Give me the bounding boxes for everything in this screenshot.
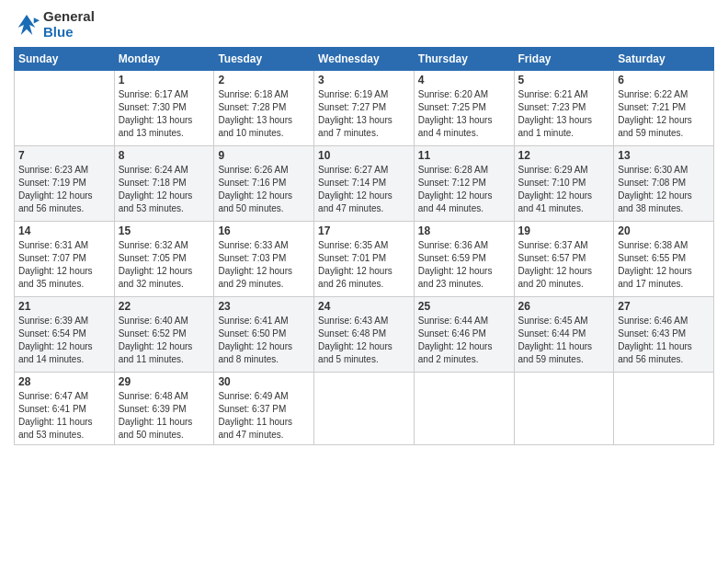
week-row-1: 1Sunrise: 6:17 AMSunset: 7:30 PMDaylight…: [15, 71, 714, 146]
calendar-cell: 16Sunrise: 6:33 AMSunset: 7:03 PMDayligh…: [214, 222, 314, 297]
weekday-header-wednesday: Wednesday: [314, 48, 415, 71]
weekday-header-row: SundayMondayTuesdayWednesdayThursdayFrid…: [15, 48, 714, 71]
day-number: 3: [318, 74, 410, 86]
day-info: Sunrise: 6:43 AMSunset: 6:48 PMDaylight:…: [318, 315, 410, 366]
day-number: 7: [18, 149, 110, 162]
calendar-cell: [15, 71, 115, 146]
calendar-cell: 23Sunrise: 6:41 AMSunset: 6:50 PMDayligh…: [214, 297, 314, 373]
day-info: Sunrise: 6:41 AMSunset: 6:50 PMDaylight:…: [218, 315, 310, 366]
calendar-cell: 25Sunrise: 6:44 AMSunset: 6:46 PMDayligh…: [414, 297, 514, 373]
calendar-cell: 29Sunrise: 6:48 AMSunset: 6:39 PMDayligh…: [114, 373, 214, 445]
weekday-header-tuesday: Tuesday: [214, 48, 314, 71]
logo-text: General Blue: [43, 9, 95, 40]
calendar-cell: 10Sunrise: 6:27 AMSunset: 7:14 PMDayligh…: [314, 146, 415, 222]
day-info: Sunrise: 6:35 AMSunset: 7:01 PMDaylight:…: [318, 239, 410, 291]
logo-icon: [14, 12, 40, 38]
day-info: Sunrise: 6:29 AMSunset: 7:10 PMDaylight:…: [518, 164, 610, 215]
day-info: Sunrise: 6:27 AMSunset: 7:14 PMDaylight:…: [318, 164, 410, 215]
day-number: 22: [119, 300, 210, 313]
day-info: Sunrise: 6:44 AMSunset: 6:46 PMDaylight:…: [418, 315, 510, 366]
day-number: 10: [318, 149, 410, 162]
day-number: 18: [418, 224, 510, 237]
day-number: 25: [418, 300, 510, 313]
day-number: 26: [518, 300, 610, 313]
week-row-3: 14Sunrise: 6:31 AMSunset: 7:07 PMDayligh…: [15, 222, 714, 297]
calendar-cell: 6Sunrise: 6:22 AMSunset: 7:21 PMDaylight…: [614, 71, 714, 146]
day-info: Sunrise: 6:17 AMSunset: 7:30 PMDaylight:…: [119, 88, 210, 140]
day-info: Sunrise: 6:37 AMSunset: 6:57 PMDaylight:…: [518, 239, 610, 291]
day-number: 20: [618, 224, 710, 237]
day-number: 1: [119, 74, 210, 86]
week-row-2: 7Sunrise: 6:23 AMSunset: 7:19 PMDaylight…: [15, 146, 714, 222]
day-number: 29: [119, 375, 210, 388]
day-info: Sunrise: 6:24 AMSunset: 7:18 PMDaylight:…: [119, 164, 210, 215]
day-info: Sunrise: 6:31 AMSunset: 7:07 PMDaylight:…: [18, 239, 110, 291]
weekday-header-saturday: Saturday: [614, 48, 714, 71]
day-info: Sunrise: 6:20 AMSunset: 7:25 PMDaylight:…: [418, 88, 510, 140]
day-number: 16: [218, 224, 310, 237]
day-number: 14: [18, 224, 110, 237]
day-info: Sunrise: 6:21 AMSunset: 7:23 PMDaylight:…: [518, 88, 610, 140]
calendar-cell: 21Sunrise: 6:39 AMSunset: 6:54 PMDayligh…: [15, 297, 115, 373]
day-info: Sunrise: 6:48 AMSunset: 6:39 PMDaylight:…: [119, 390, 210, 442]
calendar-cell: 8Sunrise: 6:24 AMSunset: 7:18 PMDaylight…: [114, 146, 214, 222]
page: General Blue SundayMondayTuesdayWednesda…: [0, 0, 728, 563]
day-number: 30: [218, 375, 310, 388]
calendar-cell: 4Sunrise: 6:20 AMSunset: 7:25 PMDaylight…: [414, 71, 514, 146]
calendar-cell: 26Sunrise: 6:45 AMSunset: 6:44 PMDayligh…: [514, 297, 614, 373]
day-info: Sunrise: 6:38 AMSunset: 6:55 PMDaylight:…: [618, 239, 710, 291]
day-number: 12: [518, 149, 610, 162]
day-info: Sunrise: 6:49 AMSunset: 6:37 PMDaylight:…: [218, 390, 310, 442]
day-info: Sunrise: 6:46 AMSunset: 6:43 PMDaylight:…: [618, 315, 710, 366]
calendar-cell: 12Sunrise: 6:29 AMSunset: 7:10 PMDayligh…: [514, 146, 614, 222]
day-number: 28: [18, 375, 110, 388]
calendar-cell: 11Sunrise: 6:28 AMSunset: 7:12 PMDayligh…: [414, 146, 514, 222]
day-number: 15: [119, 224, 210, 237]
calendar-cell: 27Sunrise: 6:46 AMSunset: 6:43 PMDayligh…: [614, 297, 714, 373]
day-number: 9: [218, 149, 310, 162]
day-info: Sunrise: 6:26 AMSunset: 7:16 PMDaylight:…: [218, 164, 310, 215]
calendar-cell: 1Sunrise: 6:17 AMSunset: 7:30 PMDaylight…: [114, 71, 214, 146]
calendar-cell: 15Sunrise: 6:32 AMSunset: 7:05 PMDayligh…: [114, 222, 214, 297]
header-area: General Blue: [14, 9, 714, 40]
day-info: Sunrise: 6:28 AMSunset: 7:12 PMDaylight:…: [418, 164, 510, 215]
svg-marker-1: [34, 17, 40, 23]
day-info: Sunrise: 6:22 AMSunset: 7:21 PMDaylight:…: [618, 88, 710, 140]
day-info: Sunrise: 6:18 AMSunset: 7:28 PMDaylight:…: [218, 88, 310, 140]
calendar-cell: 18Sunrise: 6:36 AMSunset: 6:59 PMDayligh…: [414, 222, 514, 297]
day-number: 27: [618, 300, 710, 313]
week-row-4: 21Sunrise: 6:39 AMSunset: 6:54 PMDayligh…: [15, 297, 714, 373]
calendar-cell: [614, 373, 714, 445]
weekday-header-monday: Monday: [114, 48, 214, 71]
day-info: Sunrise: 6:36 AMSunset: 6:59 PMDaylight:…: [418, 239, 510, 291]
calendar-table: SundayMondayTuesdayWednesdayThursdayFrid…: [14, 47, 714, 445]
calendar-cell: 30Sunrise: 6:49 AMSunset: 6:37 PMDayligh…: [214, 373, 314, 445]
svg-marker-0: [18, 15, 36, 35]
day-info: Sunrise: 6:40 AMSunset: 6:52 PMDaylight:…: [119, 315, 210, 366]
day-number: 5: [518, 74, 610, 86]
calendar-cell: 2Sunrise: 6:18 AMSunset: 7:28 PMDaylight…: [214, 71, 314, 146]
calendar-cell: 5Sunrise: 6:21 AMSunset: 7:23 PMDaylight…: [514, 71, 614, 146]
calendar-cell: [514, 373, 614, 445]
week-row-5: 28Sunrise: 6:47 AMSunset: 6:41 PMDayligh…: [15, 373, 714, 445]
calendar-cell: 24Sunrise: 6:43 AMSunset: 6:48 PMDayligh…: [314, 297, 415, 373]
logo: General Blue: [14, 9, 95, 40]
day-number: 17: [318, 224, 410, 237]
day-number: 19: [518, 224, 610, 237]
weekday-header-thursday: Thursday: [414, 48, 514, 71]
calendar-cell: 20Sunrise: 6:38 AMSunset: 6:55 PMDayligh…: [614, 222, 714, 297]
day-number: 8: [119, 149, 210, 162]
weekday-header-friday: Friday: [514, 48, 614, 71]
calendar-cell: 13Sunrise: 6:30 AMSunset: 7:08 PMDayligh…: [614, 146, 714, 222]
calendar-cell: 19Sunrise: 6:37 AMSunset: 6:57 PMDayligh…: [514, 222, 614, 297]
day-number: 6: [618, 74, 710, 86]
calendar-cell: 3Sunrise: 6:19 AMSunset: 7:27 PMDaylight…: [314, 71, 415, 146]
calendar-cell: 9Sunrise: 6:26 AMSunset: 7:16 PMDaylight…: [214, 146, 314, 222]
calendar-cell: [414, 373, 514, 445]
day-number: 24: [318, 300, 410, 313]
day-info: Sunrise: 6:45 AMSunset: 6:44 PMDaylight:…: [518, 315, 610, 366]
calendar-cell: [314, 373, 415, 445]
day-info: Sunrise: 6:30 AMSunset: 7:08 PMDaylight:…: [618, 164, 710, 215]
day-info: Sunrise: 6:33 AMSunset: 7:03 PMDaylight:…: [218, 239, 310, 291]
day-info: Sunrise: 6:19 AMSunset: 7:27 PMDaylight:…: [318, 88, 410, 140]
